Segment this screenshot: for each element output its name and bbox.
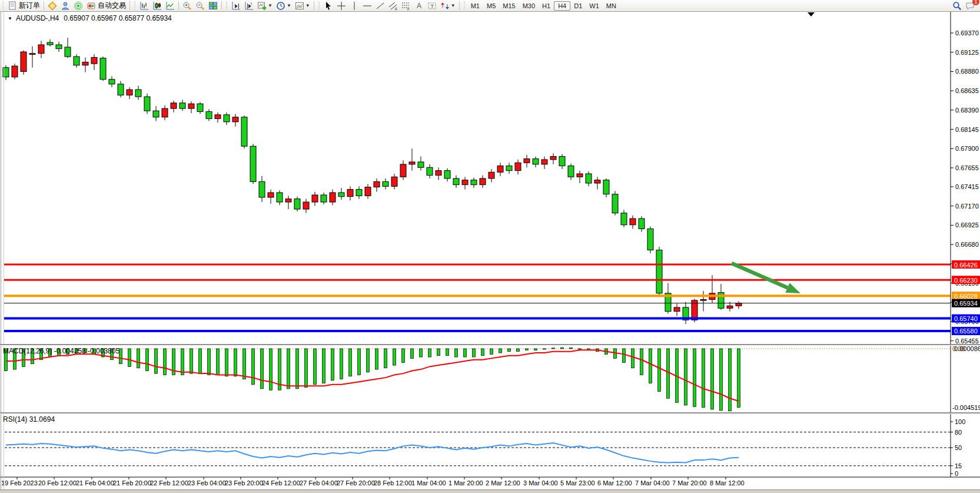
candle-body [568,166,574,177]
rsi-panel-splitter[interactable] [0,412,980,414]
notification-badge: 1 [972,0,979,5]
toolbar-grip[interactable] [225,2,228,9]
macd-histogram-bar [367,349,370,372]
toolbar-grip[interactable] [2,2,4,9]
candle-body [594,180,600,183]
arrows-tool-button[interactable]: ▼ [438,1,457,11]
candle-body [74,57,79,65]
time-axis-label: 23 Feb 04:00 [188,479,226,487]
zoom-out-button[interactable] [194,1,207,11]
chart-menu-triangle-icon[interactable]: ▼ [8,16,12,21]
time-axis-label: 3 Mar 04:00 [523,479,558,487]
candle-body [21,52,26,71]
crosshair-tool-button[interactable] [335,1,348,11]
chart-shift-icon [244,1,254,11]
new-order-button[interactable]: 新订单 [6,1,42,11]
chart-ohlc-values: 0.65907 0.65967 0.65877 0.65934 [64,14,172,22]
text-tool-button[interactable]: A [413,1,426,11]
price-axis-label: 0.69370 [955,29,979,37]
candle-body [542,160,547,164]
metaeditor-button[interactable] [46,1,59,11]
fibonacci-tool-button[interactable]: F [400,1,413,11]
vertical-line-tool-button[interactable] [348,1,361,11]
timeframe-M30[interactable]: M30 [519,1,539,11]
community-person-icon [61,1,70,11]
timeframe-MN[interactable]: MN [603,1,620,11]
macd-histogram-bar [243,349,246,379]
bar-chart-mode-button[interactable] [138,1,151,11]
auto-trading-label: 自动交易 [98,1,126,11]
price-tag-label: 0.65740 [954,315,978,322]
price-axis-label: 0.68390 [955,107,979,114]
price-tag-label: 0.65934 [954,300,978,307]
indicators-button[interactable]: ▼ [255,1,274,11]
timeframe-M5[interactable]: M5 [483,1,499,11]
macd-histogram-bar [437,349,440,356]
arrow-objects-icon [440,1,450,11]
templates-button[interactable]: ▼ [293,1,312,11]
toolbar-grip[interactable] [463,2,466,9]
timeframe-H1[interactable]: H1 [539,1,554,11]
new-order-label: 新订单 [19,1,40,11]
candle-body [374,181,380,187]
auto-trading-button[interactable]: 自动交易 [85,1,128,11]
price-axis-label: 0.67415 [955,183,979,190]
candle-body [65,47,71,57]
candle-body [109,80,115,84]
rsi-indicator-label: RSI(14) 31.0694 [3,415,55,423]
candle-body [577,174,583,177]
macd-histogram-bar [270,349,273,390]
line-chart-mode-button[interactable] [164,1,177,11]
candle-body [12,66,18,77]
rsi-axis-label: 50 [955,444,962,451]
timeframe-M1[interactable]: M1 [467,1,483,11]
macd-histogram-bar [720,349,723,411]
candlestick-mode-button[interactable] [151,1,164,11]
community-button[interactable] [59,1,72,11]
macd-signal-line [6,350,739,401]
time-axis-label: 21 Feb 04:00 [76,479,114,487]
timeframe-H4[interactable]: H4 [554,1,570,11]
timeframe-W1[interactable]: W1 [586,1,603,11]
periods-button[interactable]: ▼ [274,1,293,11]
indicators-icon [257,1,267,11]
timeframe-D1[interactable]: D1 [570,1,586,11]
zoom-in-button[interactable] [181,1,194,11]
macd-histogram-bar [411,349,414,358]
cursor-tool-button[interactable] [322,1,335,11]
toolbar-grip[interactable] [318,2,320,9]
tile-windows-button[interactable] [207,1,220,11]
chart-shift-button[interactable] [242,1,255,11]
price-axis-label: 0.65455 [955,338,979,345]
candle-body [241,117,247,146]
macd-panel-splitter[interactable] [0,344,980,346]
search-button[interactable] [951,1,964,11]
candle-body [444,171,450,178]
search-icon [952,1,962,11]
time-axis-label: 28 Feb 12:00 [374,479,412,487]
channel-tool-button[interactable]: E [387,1,400,11]
candle-body [550,157,556,160]
notifications-button[interactable]: 1 [964,1,976,11]
time-axis-label: 1 Mar 04:00 [411,479,446,487]
price-chart-canvas[interactable]: 0.693700.691250.688800.686350.683900.681… [0,0,980,493]
time-axis-label: 5 Mar 23:00 [560,479,595,487]
rsi-axis-label: 100 [955,418,965,425]
macd-histogram-bar [190,349,193,373]
timeframe-M15[interactable]: M15 [499,1,519,11]
trend-arrow-head [785,283,800,293]
candle-body [232,117,238,122]
macd-histogram-bar [729,349,732,411]
toolbar-grip[interactable] [134,2,136,9]
auto-scroll-button[interactable] [230,1,242,11]
trendline-tool-button[interactable] [374,1,387,11]
signals-button[interactable] [72,1,85,11]
candle-body [489,172,494,178]
horizontal-line-tool-button[interactable] [361,1,374,11]
macd-histogram-bar [128,349,131,366]
candle-body [515,163,521,170]
macd-histogram-bar [340,349,343,379]
text-label-tool-button[interactable]: T [426,1,438,11]
auto-scroll-icon [231,1,241,11]
candle-body [91,57,97,64]
